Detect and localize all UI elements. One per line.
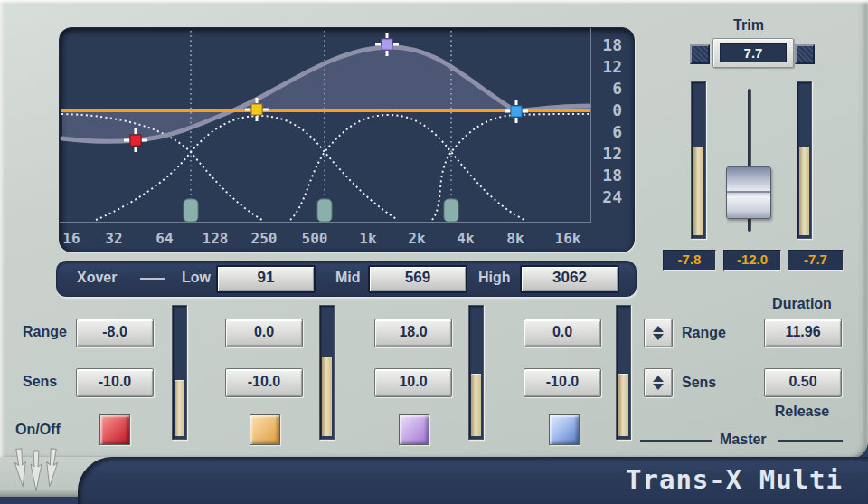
master-divider-right [778,440,843,442]
trim-left-button[interactable] [690,44,710,64]
master-range-spinner[interactable] [644,319,673,347]
band2-onoff-button[interactable] [250,414,280,445]
freq-tick: 64 [156,230,173,247]
db-tick: 12 [602,144,622,163]
db-tick: 24 [602,187,622,206]
xover-handle-mid[interactable] [317,199,332,222]
plugin-title: Trans-X Multi [626,464,843,495]
master-divider-left [640,440,712,442]
db-tick: 18 [602,35,622,54]
spinner-up-icon [653,326,664,332]
band3-onoff-button[interactable] [399,414,429,445]
master-sens-spinner[interactable] [644,368,673,397]
band2-meter [319,305,335,440]
duration-label: Duration [762,296,842,312]
xover-high-label: High [478,270,511,286]
onoff-row-label: On/Off [15,422,61,438]
xover-mid-field[interactable]: 569 [368,265,467,293]
master-section-label: Master [720,432,767,448]
band1-node[interactable] [130,135,141,146]
sens-row-label: Sens [23,374,57,390]
freq-tick: 500 [302,230,328,247]
band4-node[interactable] [511,106,522,117]
xover-label: Xover [77,270,117,286]
db-tick: 18 [602,166,622,185]
xover-low-label: Low [182,270,211,286]
band1-meter [172,305,187,440]
band3-sens-field[interactable]: 10.0 [374,368,452,397]
trim-fader-knob[interactable] [726,166,771,219]
freq-tick: 250 [251,230,278,247]
freq-tick: 2k [408,230,426,247]
master-range-label: Range [682,325,726,341]
range-row-label: Range [23,324,67,340]
release-field[interactable]: 0.50 [764,368,842,397]
band3-node[interactable] [382,39,392,50]
trim-meter-left [691,81,706,239]
xover-handle-high[interactable] [444,199,458,222]
spinner-down-icon [653,384,664,390]
band3-range-field[interactable]: 18.0 [374,319,452,347]
trim-value-field[interactable]: 7.7 [720,43,787,62]
xover-bar: Xover Low 91 Mid 569 High 3062 [56,261,637,297]
xover-low-field[interactable]: 91 [216,265,316,293]
freq-tick: 16k [555,230,581,247]
spinner-up-icon [653,376,664,382]
freq-tick: 128 [203,230,229,247]
band2-range-field[interactable]: 0.0 [225,319,303,347]
db-tick: 12 [602,57,622,76]
crossover-handles [184,199,458,222]
band2-node[interactable] [251,104,262,115]
xover-mid-label: Mid [335,270,361,286]
trim-label: Trim [723,17,774,33]
release-label: Release [764,404,840,420]
freq-tick: 4k [457,230,475,247]
meter-right-readout: -7.7 [788,250,844,271]
trim-display-frame: 7.7 [712,38,794,68]
band2-sens-field[interactable]: -10.0 [225,368,303,397]
trim-right-button[interactable] [795,44,815,64]
freq-tick: 16 [62,230,80,247]
freq-tick: 8k [506,230,524,247]
title-bar: Trans-X Multi [78,457,868,504]
band4-sens-field[interactable]: -10.0 [524,368,601,397]
freq-tick: 32 [105,230,122,247]
band1-onoff-button[interactable] [99,414,130,445]
master-sens-label: Sens [682,375,716,391]
band4-onoff-button[interactable] [549,414,580,445]
band4-meter [616,305,631,440]
duration-field[interactable]: 11.96 [764,319,842,347]
band1-sens-field[interactable]: -10.0 [76,368,154,397]
band3-meter [468,305,484,440]
fader-readout: -12.0 [723,250,781,271]
db-tick: 6 [612,122,622,141]
waves-logo [14,447,66,496]
spinner-down-icon [653,334,664,340]
db-tick: 0 [612,100,622,119]
xover-handle-low[interactable] [184,199,198,222]
xover-dash [140,278,165,280]
trim-meter-right [797,81,812,239]
band4-node-group [505,100,528,123]
db-tick: 6 [612,79,622,98]
band4-range-field[interactable]: 0.0 [524,319,601,347]
frequency-graph: 16 32 64 128 250 500 1k 2k 4k 8k 16k 18 … [59,27,635,252]
freq-tick: 1k [359,230,377,247]
meter-left-readout: -7.8 [663,250,716,271]
band1-range-field[interactable]: -8.0 [76,319,154,347]
xover-high-field[interactable]: 3062 [520,265,619,293]
